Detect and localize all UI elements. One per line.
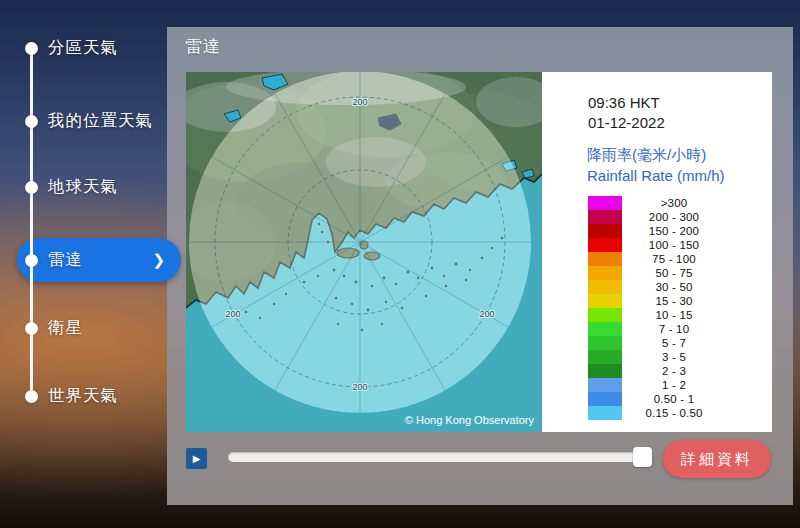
scale-row: >300 bbox=[588, 196, 726, 210]
nav-dot-icon bbox=[25, 42, 38, 55]
scale-swatch bbox=[588, 350, 622, 364]
nav-dot-icon bbox=[25, 181, 38, 194]
nav-dot-icon bbox=[25, 115, 38, 128]
scale-swatch bbox=[588, 294, 622, 308]
rainfall-scale: >300 200 - 300 150 - 200 100 - 150 75 - … bbox=[588, 196, 726, 420]
radar-timestamp-time: 09:36 HKT bbox=[588, 93, 660, 113]
scale-swatch bbox=[588, 252, 622, 266]
scale-swatch bbox=[588, 308, 622, 322]
radar-legend-panel: 09:36 HKT 01-12-2022 降雨率(毫米/小時) Rainfall… bbox=[542, 72, 772, 432]
scale-row: 10 - 15 bbox=[588, 308, 726, 322]
range-ring-label: 200 bbox=[352, 97, 367, 107]
animation-slider-thumb[interactable] bbox=[633, 447, 652, 467]
scale-swatch bbox=[588, 378, 622, 392]
scale-row: 75 - 100 bbox=[588, 252, 726, 266]
scale-row: 2 - 3 bbox=[588, 364, 726, 378]
details-button[interactable]: 詳細資料 bbox=[663, 440, 771, 478]
scale-swatch bbox=[588, 266, 622, 280]
scale-swatch bbox=[588, 238, 622, 252]
scale-row: 7 - 10 bbox=[588, 322, 726, 336]
play-button[interactable]: ▶ bbox=[186, 448, 207, 469]
scale-row: 3 - 5 bbox=[588, 350, 726, 364]
range-ring-label: 200 bbox=[225, 309, 240, 319]
scale-swatch bbox=[588, 280, 622, 294]
scale-row: 5 - 7 bbox=[588, 336, 726, 350]
scale-swatch bbox=[588, 210, 622, 224]
sidebar-timeline bbox=[30, 48, 33, 396]
scale-row: 200 - 300 bbox=[588, 210, 726, 224]
legend-title-en: Rainfall Rate (mm/h) bbox=[587, 167, 725, 184]
radar-map-graphic: 200 200 200 200 © Hong Kong Observatory bbox=[186, 72, 542, 432]
scale-row: 0.15 - 0.50 bbox=[588, 406, 726, 420]
page-title: 雷達 bbox=[185, 35, 221, 58]
range-ring-label: 200 bbox=[352, 382, 367, 392]
scale-row: 150 - 200 bbox=[588, 224, 726, 238]
nav-dot-icon bbox=[25, 322, 38, 335]
scale-row: 100 - 150 bbox=[588, 238, 726, 252]
scale-swatch bbox=[588, 364, 622, 378]
scale-row: 15 - 30 bbox=[588, 294, 726, 308]
details-button-label: 詳細資料 bbox=[681, 450, 753, 469]
scale-row: 0.50 - 1 bbox=[588, 392, 726, 406]
scale-swatch bbox=[588, 406, 622, 420]
scale-swatch bbox=[588, 336, 622, 350]
map-copyright: © Hong Kong Observatory bbox=[405, 414, 535, 426]
chevron-right-icon: ❯ bbox=[152, 251, 165, 269]
scale-swatch bbox=[588, 196, 622, 210]
scale-row: 30 - 50 bbox=[588, 280, 726, 294]
scale-swatch bbox=[588, 392, 622, 406]
scale-row: 1 - 2 bbox=[588, 378, 726, 392]
nav-dot-icon bbox=[25, 390, 38, 403]
sidebar-item-radar-selected[interactable]: 雷達 ❯ bbox=[17, 238, 181, 282]
animation-slider-track[interactable] bbox=[228, 452, 650, 462]
legend-title-zh: 降雨率(毫米/小時) bbox=[587, 146, 706, 165]
scale-swatch bbox=[588, 322, 622, 336]
scale-swatch bbox=[588, 224, 622, 238]
radar-timestamp-date: 01-12-2022 bbox=[588, 113, 665, 133]
play-icon: ▶ bbox=[193, 453, 201, 464]
scale-row: 50 - 75 bbox=[588, 266, 726, 280]
radar-map-image[interactable]: 200 200 200 200 © Hong Kong Observatory bbox=[186, 72, 542, 432]
range-ring-label: 200 bbox=[479, 309, 494, 319]
